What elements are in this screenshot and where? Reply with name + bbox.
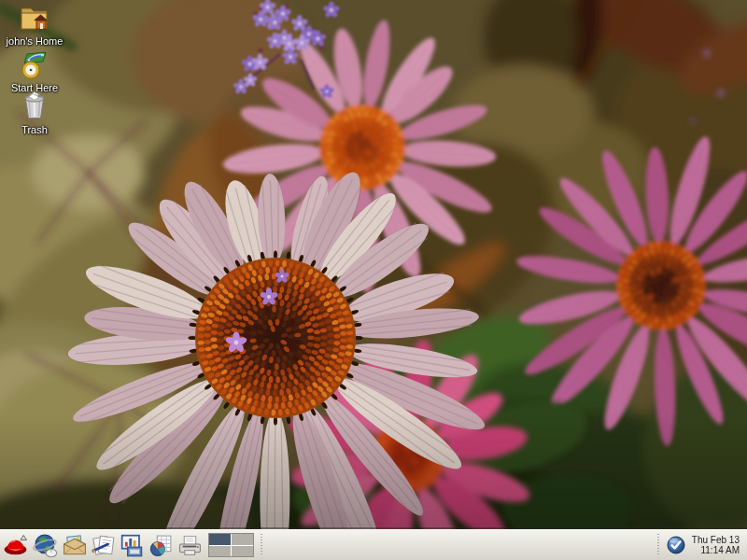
- desktop-icon-label: john's Home: [7, 35, 63, 47]
- email-launcher[interactable]: [61, 532, 89, 559]
- web-browser-launcher[interactable]: [32, 532, 60, 559]
- web-browser-icon: [33, 533, 59, 558]
- main-menu-button[interactable]: [3, 532, 31, 559]
- word-processor-launcher[interactable]: [90, 532, 118, 559]
- spreadsheet-launcher[interactable]: [148, 532, 176, 559]
- update-check-icon: [667, 536, 685, 554]
- workspace-cell-1[interactable]: [209, 534, 231, 545]
- word-processor-icon: [91, 533, 117, 558]
- workspace-cell-3[interactable]: [209, 546, 231, 557]
- presentation-launcher[interactable]: [119, 532, 147, 559]
- redhat-main-menu-icon: [4, 533, 30, 558]
- clock-date: Thu Feb 13: [692, 535, 740, 546]
- desktop-icon-trash[interactable]: Trash: [4, 89, 65, 135]
- taskbar-panel: Thu Feb 13 11:14 AM: [0, 529, 747, 560]
- panel-drag-handle[interactable]: [260, 534, 265, 556]
- update-notifier-button[interactable]: [665, 536, 687, 554]
- wallpaper: [0, 0, 747, 560]
- email-client-icon: [62, 533, 88, 558]
- presentation-icon: [120, 533, 146, 558]
- start-here-icon: [18, 50, 51, 80]
- clock-time: 11:14 AM: [692, 545, 740, 556]
- printer-launcher[interactable]: [176, 532, 204, 559]
- panel-drag-handle[interactable]: [656, 534, 662, 556]
- trash-can-icon: [18, 89, 51, 122]
- desktop-icon-start-here[interactable]: Start Here: [4, 50, 65, 93]
- desktop: john's Home Start Here Trash: [0, 0, 747, 560]
- workspace-cell-2[interactable]: [232, 534, 253, 545]
- workspace-switcher[interactable]: [208, 533, 254, 557]
- printer-icon: [177, 533, 204, 558]
- desktop-icon-home[interactable]: john's Home: [4, 2, 65, 47]
- home-folder-icon: [18, 2, 51, 34]
- workspace-cell-4[interactable]: [232, 546, 253, 557]
- desktop-icon-label: Trash: [21, 124, 48, 135]
- clock[interactable]: Thu Feb 13 11:14 AM: [688, 535, 744, 556]
- spreadsheet-icon: [148, 533, 175, 558]
